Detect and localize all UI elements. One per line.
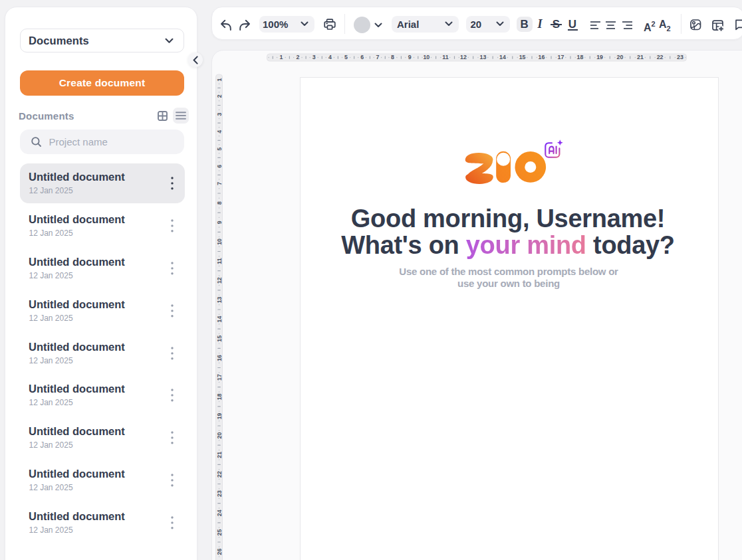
svg-text:6: 6 <box>360 54 364 60</box>
svg-text:14: 14 <box>216 316 223 323</box>
svg-text:16: 16 <box>539 54 545 60</box>
svg-text:9: 9 <box>216 221 223 224</box>
svg-text:9: 9 <box>408 54 412 60</box>
svg-text:18: 18 <box>216 393 223 400</box>
svg-text:26: 26 <box>216 549 223 555</box>
svg-text:2: 2 <box>297 54 300 60</box>
svg-text:1: 1 <box>279 54 283 60</box>
svg-text:12: 12 <box>216 277 223 284</box>
svg-text:21: 21 <box>216 452 223 458</box>
svg-text:19: 19 <box>216 413 223 419</box>
svg-text:23: 23 <box>216 490 223 497</box>
svg-text:11: 11 <box>442 54 448 60</box>
svg-text:1: 1 <box>216 78 223 81</box>
svg-text:22: 22 <box>216 471 223 478</box>
svg-text:7: 7 <box>376 54 380 60</box>
svg-text:15: 15 <box>216 335 223 342</box>
svg-text:19: 19 <box>596 54 603 60</box>
svg-text:4: 4 <box>328 54 332 60</box>
svg-text:12: 12 <box>460 54 467 60</box>
svg-text:18: 18 <box>577 54 584 60</box>
svg-text:10: 10 <box>216 238 223 245</box>
svg-text:21: 21 <box>637 54 644 60</box>
svg-text:10: 10 <box>423 54 430 60</box>
svg-text:24: 24 <box>216 510 223 516</box>
svg-text:5: 5 <box>344 54 348 60</box>
svg-text:17: 17 <box>558 54 564 60</box>
svg-text:14: 14 <box>499 54 506 60</box>
svg-text:25: 25 <box>216 529 223 536</box>
svg-text:23: 23 <box>677 54 683 60</box>
svg-text:7: 7 <box>216 182 223 185</box>
svg-text:5: 5 <box>216 147 223 151</box>
svg-text:13: 13 <box>480 54 487 60</box>
svg-text:4: 4 <box>216 130 223 134</box>
svg-text:20: 20 <box>617 54 624 60</box>
svg-text:17: 17 <box>216 374 223 381</box>
svg-text:20: 20 <box>216 432 223 439</box>
svg-text:6: 6 <box>216 165 223 168</box>
svg-text:3: 3 <box>216 113 223 116</box>
svg-text:16: 16 <box>216 355 223 361</box>
svg-text:11: 11 <box>216 258 223 264</box>
svg-text:3: 3 <box>312 54 316 60</box>
svg-text:22: 22 <box>657 54 664 60</box>
svg-text:13: 13 <box>216 296 223 303</box>
svg-text:15: 15 <box>519 54 526 60</box>
svg-text:8: 8 <box>216 201 223 205</box>
svg-text:2: 2 <box>216 94 223 98</box>
svg-text:8: 8 <box>391 54 394 60</box>
